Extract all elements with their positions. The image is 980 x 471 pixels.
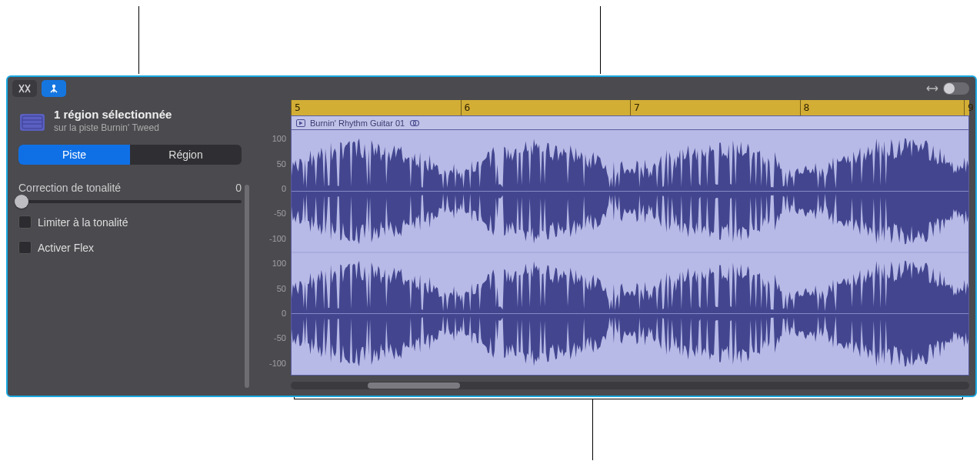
ruler-bar: 9 (964, 100, 974, 115)
inspector-tabs: Piste Région (18, 145, 242, 165)
callout-bottom-h (294, 399, 963, 399)
limit-to-key-checkbox[interactable] (18, 215, 32, 229)
waveform-region[interactable] (291, 129, 969, 376)
selection-subtitle: sur la piste Burnin' Tweed (54, 122, 172, 133)
horizontal-scrollbar[interactable] (291, 382, 969, 389)
amplitude-scale: 100500-50-100 100500-50-100 (252, 126, 291, 376)
waveform-svg (292, 130, 968, 375)
region-name-label: Burnin' Rhythm Guitar 01 (310, 119, 405, 128)
play-region-icon (296, 119, 305, 127)
region-header[interactable]: Burnin' Rhythm Guitar 01 (291, 115, 969, 129)
callout-left (138, 6, 139, 74)
enable-flex-label: Activer Flex (38, 242, 94, 254)
ruler-bar: 8 (800, 100, 810, 115)
tab-region[interactable]: Région (130, 145, 242, 165)
bar-ruler[interactable]: 5 6 7 8 9 (291, 100, 969, 115)
ruler-bar: 5 (291, 100, 301, 115)
zoom-switch[interactable] (943, 82, 969, 95)
pitch-correction-value: 0 (235, 182, 242, 194)
amp-plugin-icon (18, 111, 46, 134)
pitch-correction-slider[interactable] (18, 200, 242, 203)
ruler-bar: 6 (461, 100, 471, 115)
slider-knob[interactable] (15, 195, 28, 209)
callout-bottom-v (592, 399, 593, 460)
audio-editor-panel: 1 région sélectionnée sur la piste Burni… (6, 75, 977, 397)
loop-icon (409, 119, 420, 127)
selection-title: 1 région sélectionnée (54, 108, 172, 121)
svg-point-0 (52, 85, 55, 88)
ruler-bar: 7 (630, 100, 640, 115)
inspector-scrollbar[interactable] (245, 185, 249, 388)
editor-toolbar (8, 77, 975, 100)
scrollbar-thumb[interactable] (368, 382, 460, 389)
limit-to-key-label: Limiter à la tonalité (38, 216, 128, 229)
inspector-panel: 1 région sélectionnée sur la piste Burni… (8, 100, 252, 396)
pitch-correction-label: Correction de tonalité (18, 182, 121, 194)
waveform-main: 5 6 7 8 9 Burnin' Rhythm Guitar 01 10050… (252, 100, 975, 396)
flex-tool-button[interactable] (42, 80, 66, 97)
horizontal-zoom-control[interactable] (926, 82, 969, 95)
callout-top (600, 6, 601, 74)
horizontal-arrows-icon (926, 84, 938, 93)
enable-flex-checkbox[interactable] (18, 241, 32, 254)
tab-track[interactable]: Piste (18, 145, 130, 165)
edit-tool-button[interactable] (12, 80, 37, 97)
